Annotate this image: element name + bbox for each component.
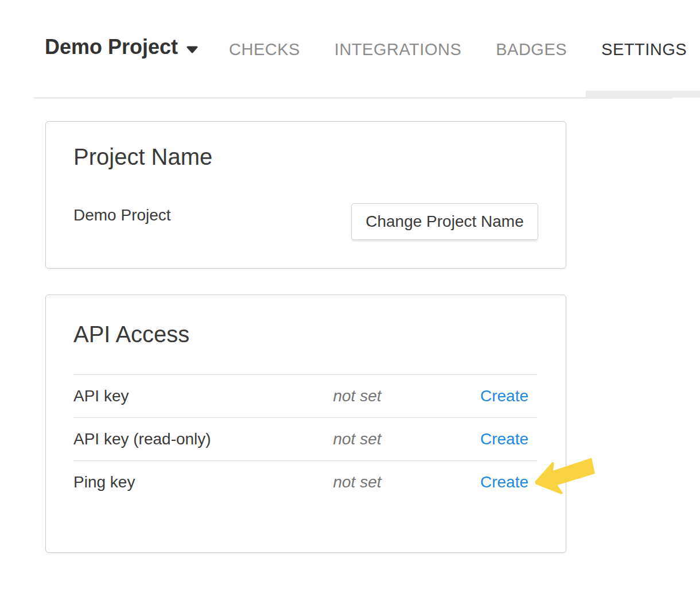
tab-settings[interactable]: SETTINGS [601, 41, 687, 58]
project-switcher[interactable]: Demo Project [45, 36, 198, 59]
api-key-read-only-label: API key (read-only) [73, 430, 333, 448]
api-key-read-only-value: not set [333, 430, 453, 448]
tab-badges[interactable]: BADGES [496, 41, 567, 58]
api-key-label: API key [73, 387, 333, 405]
change-project-name-button[interactable]: Change Project Name [351, 203, 538, 240]
project-name-card: Project Name Demo Project Change Project… [45, 121, 566, 269]
tab-integrations[interactable]: INTEGRATIONS [335, 41, 461, 58]
table-row-api-key-read-only: API key (read-only) not set Create [73, 417, 537, 460]
caret-down-icon [186, 46, 198, 53]
api-access-card: API Access API key not set Create API ke… [45, 295, 566, 553]
api-key-create-link[interactable]: Create [480, 387, 528, 405]
tab-checks-label: CHECKS [229, 40, 300, 59]
tab-badges-label: BADGES [496, 40, 567, 59]
project-switcher-label: Demo Project [45, 36, 178, 59]
ping-key-label: Ping key [73, 473, 333, 491]
api-key-read-only-create-link[interactable]: Create [480, 430, 528, 448]
tab-checks[interactable]: CHECKS [229, 41, 300, 58]
table-row-ping-key: Ping key not set Create [73, 460, 537, 504]
tab-integrations-label: INTEGRATIONS [335, 40, 461, 59]
ping-key-value: not set [333, 473, 453, 491]
api-keys-table: API key not set Create API key (read-onl… [73, 374, 537, 504]
top-nav: CHECKS INTEGRATIONS BADGES SETTINGS [229, 41, 687, 58]
tab-settings-label: SETTINGS [601, 40, 687, 59]
current-project-name: Demo Project [73, 204, 171, 227]
nav-divider [34, 97, 672, 99]
api-key-value: not set [333, 387, 453, 405]
project-name-card-title: Project Name [73, 144, 212, 169]
ping-key-create-link[interactable]: Create [480, 473, 528, 491]
table-row-api-key: API key not set Create [73, 374, 537, 417]
api-access-card-title: API Access [73, 322, 189, 347]
